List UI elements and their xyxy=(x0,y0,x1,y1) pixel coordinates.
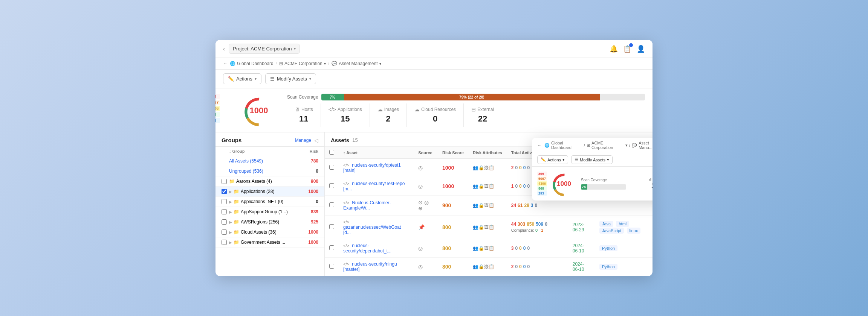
th-asset[interactable]: ↕ Asset xyxy=(339,147,414,159)
sidebar-checkbox-apps[interactable] xyxy=(222,189,227,194)
project-chevron-icon: ▾ xyxy=(294,47,296,51)
user-icon[interactable]: 👤 xyxy=(637,45,645,53)
source-icon-3c: ⊕ xyxy=(418,205,423,211)
sidebar-row-cloud[interactable]: ▶📁 Cloud Assets (36) 1000 xyxy=(215,227,324,237)
manage-link[interactable]: Manage xyxy=(295,138,311,143)
assets-count: 15 xyxy=(352,137,358,143)
table-row: </> nucleus-security/ningu [master] ◎ 80… xyxy=(325,258,653,276)
gauge: 1000 xyxy=(242,93,276,127)
sidebar-checkbox-support[interactable] xyxy=(222,209,227,214)
th-risk-score[interactable]: Risk Score xyxy=(438,147,468,159)
expand-icon: ▶ xyxy=(229,190,232,194)
th-risk-attrs[interactable]: Risk Attributes xyxy=(468,147,507,159)
risk-attrs-1: 👥🔒🖼📋 xyxy=(468,159,507,177)
sidebar-row-applications[interactable]: ▶📁 Applications (28) 1000 xyxy=(215,187,324,197)
score-medium: 4306 xyxy=(215,106,220,111)
clipboard-icon[interactable]: 📋 xyxy=(623,45,631,53)
scan-bar-orange: 79% (22 of 28) xyxy=(344,94,600,100)
modify-assets-label: Modify Assets xyxy=(277,76,307,82)
modify-assets-button[interactable]: ☰ Modify Assets ▾ xyxy=(265,73,316,84)
expand-icon-5: ▶ xyxy=(229,230,232,234)
mini-modify-chevron-icon: ▾ xyxy=(607,157,609,162)
breadcrumb-sep-1: / xyxy=(276,61,277,66)
mini-modify-label: Modify Assets xyxy=(580,158,605,162)
actions-button[interactable]: ✏️ Actions ▾ xyxy=(223,73,261,84)
project-label: Project: ACME Corporation xyxy=(233,46,292,52)
row-checkbox-1 xyxy=(325,159,339,177)
breadcrumb-back-icon[interactable]: ← xyxy=(223,61,228,66)
risk-score-4: 800 xyxy=(438,216,468,239)
expand-icon-2: ▶ xyxy=(229,200,232,204)
mini-scan-label: Scan Coverage xyxy=(581,178,644,182)
risk-attrs-4: 👥🔒🖼📋 xyxy=(468,216,507,239)
assets-title: Assets xyxy=(331,137,349,143)
sidebar-row-appsupport[interactable]: ▶📁 AppSupportGroup (1...) 839 xyxy=(215,207,324,217)
sidebar-actions: Manage ◁ xyxy=(295,137,318,143)
breadcrumb-item-asset[interactable]: 💬 Asset Management ▾ xyxy=(332,61,381,66)
risk-score-1: 1000 xyxy=(438,159,468,177)
sidebar-row-aarons[interactable]: 📁 Aarons Assets (4) 900 xyxy=(215,176,324,187)
folder-icon-5: 📁 xyxy=(234,219,239,225)
asset-count-external: ⊟ External 22 xyxy=(464,103,501,127)
notification-badge xyxy=(629,43,633,47)
mini-actions-button[interactable]: ✏️ Actions ▾ xyxy=(537,155,568,164)
pencil-icon: ✏️ xyxy=(228,76,234,82)
row-checkbox-3 xyxy=(325,196,339,216)
row-checkbox-4 xyxy=(325,216,339,239)
expand-icon-3: ▶ xyxy=(229,210,232,214)
vulns-4: 44 303 850 509 0 Compliance: 0 1 xyxy=(507,216,568,239)
source-icon-5: ◎ xyxy=(418,245,423,251)
sidebar-row-apps-net[interactable]: ▶📁 Applications_NET (0) 0 xyxy=(215,197,324,207)
stats-area: 369 5067 4306 868 293 1000 Scan Coverage xyxy=(215,88,653,132)
scan-bar-empty xyxy=(600,94,645,100)
sidebar-row-ungrouped[interactable]: Ungrouped (536) 0 xyxy=(215,166,324,176)
sidebar-collapse-icon[interactable]: ‹ xyxy=(223,46,225,52)
asset-link-1[interactable]: nucleus-security/dptest1 [main] xyxy=(343,163,401,173)
asset-link-6[interactable]: nucleus-security/ningu [master] xyxy=(343,261,397,272)
asset-link-5[interactable]: nucleus-security/dependabot_t... xyxy=(343,243,391,254)
tech-6: Python xyxy=(594,258,653,276)
apps-icon: </> Applications xyxy=(329,106,362,112)
mini-toolbar: ✏️ Actions ▾ ☰ Modify Assets ▾ xyxy=(532,153,653,167)
sidebar-checkbox-aws[interactable] xyxy=(222,219,227,225)
sidebar-header: Groups Manage ◁ xyxy=(215,132,324,147)
breadcrumb-item-acme[interactable]: ⊞ ACME Corporation ▾ xyxy=(279,61,326,66)
asset-link-4[interactable]: gazarianucleussec/WebGoat [d... xyxy=(343,225,401,235)
sidebar-checkbox-gov[interactable] xyxy=(222,240,227,245)
select-all-checkbox[interactable] xyxy=(329,150,334,155)
sidebar-collapse-btn[interactable]: ◁ xyxy=(314,137,318,143)
sidebar-checkbox-net[interactable] xyxy=(222,199,227,204)
sidebar-table-header: ↕ Group Risk xyxy=(215,147,324,156)
mini-modify-button[interactable]: ☰ Modify Assets ▾ xyxy=(571,155,613,164)
code-icon-2: </> xyxy=(343,181,349,186)
source-icon-1: ◎ xyxy=(418,165,423,171)
asset-link-2[interactable]: nucleus-security/Test-repo [m... xyxy=(343,181,405,191)
images-icon: ☁ Images xyxy=(377,106,399,112)
source-icon-4: 📌 xyxy=(418,224,425,230)
mini-top-bar: ← 🌐 Global Dashboard / ⊞ ACME Corporatio… xyxy=(532,138,653,153)
project-selector[interactable]: Project: ACME Corporation ▾ xyxy=(229,44,300,54)
asset-link-3[interactable]: Nucleus-Customer-Example/W... xyxy=(343,200,391,211)
row-checkbox-5 xyxy=(325,239,339,258)
source-6: ◎ xyxy=(414,258,438,276)
breadcrumb-item-global[interactable]: 🌐 Global Dashboard xyxy=(230,61,274,66)
mini-scan-bar: 7% xyxy=(581,184,626,190)
sidebar-row-all-assets[interactable]: All Assets (5549) 780 xyxy=(215,156,324,166)
sidebar-checkbox-aarons[interactable] xyxy=(222,179,227,184)
mini-breadcrumb: 🌐 Global Dashboard / ⊞ ACME Corporation … xyxy=(544,141,653,150)
date-6: 2024-06-10 xyxy=(568,258,594,276)
sidebar-row-aws[interactable]: ▶📁 AWSRegions (256) 925 xyxy=(215,217,324,227)
source-icon-6: ◎ xyxy=(418,264,423,270)
scan-coverage-bar-wrap: Scan Coverage 7% 79% (22 of 28) xyxy=(287,94,645,100)
top-bar-right: 🔔 📋 👤 xyxy=(610,45,645,53)
th-source[interactable]: Source xyxy=(414,147,438,159)
sidebar-checkbox-cloud[interactable] xyxy=(222,229,227,235)
mini-back-icon[interactable]: ← xyxy=(537,143,541,147)
source-icon-3b: ◎ xyxy=(424,199,429,205)
code-icon-3: </> xyxy=(343,201,349,205)
source-icon-2: ◎ xyxy=(418,183,423,189)
sidebar-row-gov[interactable]: ▶📁 Government Assets ... 1000 xyxy=(215,237,324,248)
notifications-icon[interactable]: 🔔 xyxy=(610,45,618,53)
mini-hosts-icon: 🖥 Hosts xyxy=(648,177,653,181)
mini-window: ← 🌐 Global Dashboard / ⊞ ACME Corporatio… xyxy=(532,138,653,201)
